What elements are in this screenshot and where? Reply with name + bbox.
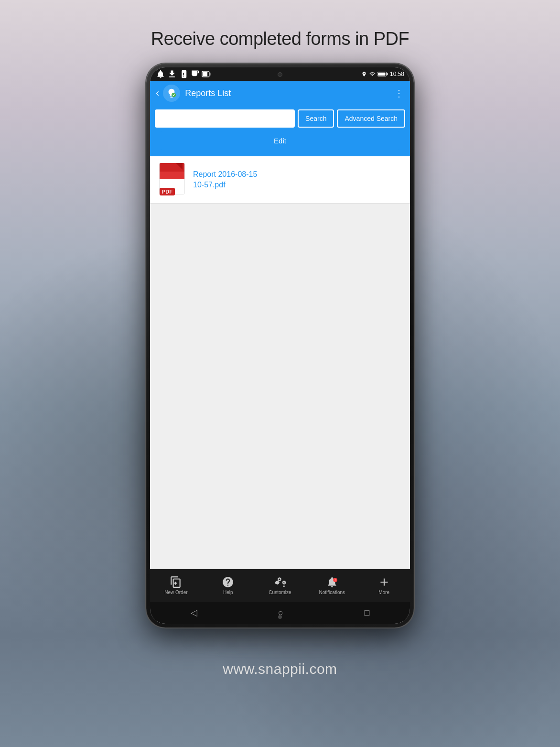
report-item[interactable]: PDF Report 2016-08-1510-57.pdf (150, 156, 410, 204)
nav-customize[interactable]: Customize (254, 576, 306, 595)
android-nav: ◁ ○ □ (150, 602, 410, 624)
status-icons (156, 69, 211, 79)
pdf-file-icon: PDF (158, 163, 186, 197)
nav-help[interactable]: Help (202, 576, 254, 595)
nav-help-label: Help (223, 590, 233, 595)
screen-icon (190, 69, 200, 79)
bottom-nav: New Order Help Customize ! (150, 569, 410, 602)
notifications-icon: ! (326, 576, 338, 588)
advanced-search-button[interactable]: Advanced Search (337, 109, 405, 128)
nav-new-order-label: New Order (164, 590, 187, 595)
download-icon (167, 69, 177, 79)
nav-more-label: More (378, 590, 389, 595)
more-icon (378, 576, 390, 588)
battery-icon (377, 71, 388, 77)
nav-more[interactable]: More (358, 576, 410, 595)
tablet-home-button (278, 615, 282, 619)
content-area: PDF Report 2016-08-1510-57.pdf (150, 156, 410, 569)
more-button[interactable]: ⋮ (394, 87, 404, 99)
back-button[interactable]: ‹ (156, 87, 159, 99)
svg-rect-5 (378, 73, 385, 76)
tablet-device: 10:58 ‹ Reports List ⋮ Search Advanced S… (146, 64, 414, 628)
status-right: 10:58 (361, 71, 404, 77)
svg-rect-2 (203, 72, 207, 76)
help-icon (222, 576, 234, 588)
notification-icon (156, 69, 165, 79)
location-icon (361, 71, 367, 77)
svg-rect-11 (160, 172, 184, 179)
search-input[interactable] (155, 109, 295, 128)
time-display: 10:58 (390, 71, 404, 77)
search-bar: Search Advanced Search (150, 106, 410, 131)
app-icon (163, 85, 180, 102)
report-name: Report 2016-08-1510-57.pdf (193, 169, 257, 191)
page-title: Receive completed forms in PDF (151, 29, 409, 49)
app-bar-title: Reports List (185, 88, 394, 98)
new-order-icon (170, 576, 182, 588)
lightbulb-icon (166, 88, 177, 98)
app-bar: ‹ Reports List ⋮ (150, 81, 410, 106)
edit-bar: Edit (160, 131, 400, 150)
nav-notifications[interactable]: ! Notifications (306, 576, 358, 595)
wifi-icon (369, 71, 376, 77)
svg-text:!: ! (334, 579, 335, 582)
svg-text:PDF: PDF (162, 189, 172, 195)
nav-notifications-label: Notifications (319, 590, 345, 595)
customize-icon (274, 576, 286, 588)
svg-rect-4 (387, 73, 388, 75)
recent-nav-button[interactable]: □ (364, 608, 369, 618)
website-url: www.snappii.com (223, 661, 337, 677)
screen: 10:58 ‹ Reports List ⋮ Search Advanced S… (150, 67, 410, 624)
sim-icon (179, 69, 188, 79)
back-nav-button[interactable]: ◁ (191, 607, 197, 618)
camera (278, 72, 282, 77)
nav-customize-label: Customize (269, 590, 291, 595)
nav-new-order[interactable]: New Order (150, 576, 202, 595)
pdf-icon-wrapper: PDF (158, 163, 186, 196)
battery-status-icon (202, 69, 211, 79)
edit-button[interactable]: Edit (160, 137, 400, 145)
search-button[interactable]: Search (298, 109, 334, 128)
svg-rect-1 (210, 73, 211, 76)
